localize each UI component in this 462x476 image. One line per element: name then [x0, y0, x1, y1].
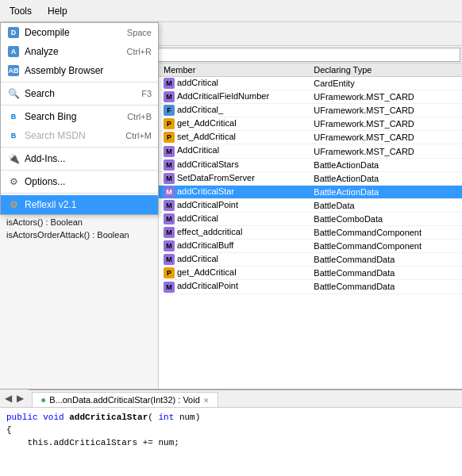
declaring-type-cell: BattleCommandData	[309, 280, 462, 294]
table-row[interactable]: Meffect_addcritical BattleCommandCompone…	[159, 226, 462, 240]
member-cell: MAddCritical	[159, 144, 309, 158]
menu-help[interactable]: Help	[41, 4, 74, 18]
member-cell: Meffect_addcritical	[159, 226, 309, 240]
member-cell: MaddCriticalPoint	[159, 198, 309, 212]
menu-item-search[interactable]: 🔍SearchF3	[1, 84, 158, 103]
member-cell: Pget_AddCritical	[159, 117, 309, 131]
table-row[interactable]: MaddCriticalStar BattleActionData	[159, 185, 462, 198]
member-cell: MAddCriticalFieldNumber	[159, 90, 309, 104]
menu-label: Assembly Browser	[25, 65, 103, 76]
table-row[interactable]: Pget_AddCritical UFramework.MST_CARD	[159, 117, 462, 131]
member-icon: M	[164, 227, 175, 238]
nav-arrows: ◀ ▶	[0, 390, 29, 407]
tab-label: B...onData.addCriticalStar(Int32) : Void	[49, 395, 200, 405]
member-cell: MaddCritical	[159, 253, 309, 267]
declaring-type-cell: BattleCommandData	[309, 253, 462, 267]
declaring-type-cell: BattleActionData	[309, 185, 462, 198]
menu-item-search-msdn: BSearch MSDNCtrl+M	[1, 126, 158, 145]
menu-label: Reflexil v2.1	[25, 199, 76, 210]
declaring-type-cell: BattleComboData	[309, 212, 462, 225]
list-item[interactable]: isActors() : Boolean	[0, 216, 158, 228]
declaring-type-cell: UFramework.MST_CARD	[309, 144, 462, 158]
tab-icon: ●	[40, 394, 46, 405]
tab-close-icon[interactable]	[203, 395, 210, 405]
nav-forward-button[interactable]: ▶	[15, 393, 25, 404]
declaring-type-cell: BattleCommandComponent	[309, 226, 462, 240]
menu-item-analyze[interactable]: AAnalyzeCtrl+R	[1, 42, 158, 61]
table-row[interactable]: MaddCritical BattleComboData	[159, 212, 462, 225]
member-cell: Pget_AddCritical	[159, 267, 309, 280]
table-row[interactable]: MAddCritical UFramework.MST_CARD	[159, 144, 462, 158]
menu-label: Analyze	[25, 46, 59, 57]
menu-item-icon: D	[7, 26, 20, 39]
member-icon: M	[164, 240, 175, 251]
member-icon: P	[164, 267, 175, 278]
member-table: Member Declaring Type MaddCritical CardE…	[159, 63, 462, 294]
member-icon: M	[164, 173, 175, 184]
menu-tools[interactable]: Tools	[3, 4, 38, 18]
nav-back-button[interactable]: ◀	[3, 393, 13, 404]
table-row[interactable]: MSetDataFromServer BattleActionData	[159, 171, 462, 185]
col-member: Member	[159, 63, 309, 77]
table-row[interactable]: FaddCritical_ UFramework.MST_CARD	[159, 104, 462, 117]
member-cell: MaddCritical	[159, 212, 309, 225]
menu-separator	[1, 193, 158, 194]
menu-item-decompile[interactable]: DDecompileSpace	[1, 23, 158, 42]
table-row[interactable]: MaddCriticalPoint BattleData	[159, 198, 462, 212]
table-row[interactable]: MaddCriticalStars BattleActionData	[159, 158, 462, 171]
member-cell: MaddCriticalBuff	[159, 240, 309, 253]
code-tab[interactable]: ● B...onData.addCriticalStar(Int32) : Vo…	[32, 392, 218, 407]
member-cell: MaddCriticalStar	[159, 185, 309, 198]
member-icon: F	[164, 105, 175, 116]
reflexil-icon: ⚙	[7, 198, 20, 211]
bottom-tabs: ◀ ▶ ● B...onData.addCriticalStar(Int32) …	[0, 390, 462, 408]
code-line-3: this.addCriticalStars += num;	[6, 436, 456, 449]
menu-shortcut: Ctrl+M	[125, 131, 152, 140]
member-cell: MSetDataFromServer	[159, 171, 309, 185]
menu-item-icon: A	[7, 45, 20, 58]
member-icon: M	[164, 91, 175, 102]
menu-separator	[1, 82, 158, 83]
declaring-type-cell: BattleCommandData	[309, 267, 462, 280]
bing-icon: B	[7, 110, 20, 123]
bottom-pane: ◀ ▶ ● B...onData.addCriticalStar(Int32) …	[0, 389, 462, 476]
declaring-type-cell: UFramework.MST_CARD	[309, 104, 462, 117]
menu-item-reflexil[interactable]: ⚙Reflexil v2.1	[1, 195, 158, 214]
member-icon: P	[164, 118, 175, 129]
menu-label: Search Bing	[25, 111, 76, 122]
table-row[interactable]: MaddCritical BattleCommandData	[159, 253, 462, 267]
list-item[interactable]: isActorsOrderAttack() : Boolean	[0, 228, 158, 241]
menu-item-search-bing[interactable]: BSearch BingCtrl+B	[1, 107, 158, 126]
menu-shortcut: Ctrl+R	[127, 47, 152, 56]
menu-item-options[interactable]: ⚙Options...	[1, 172, 158, 191]
member-icon: M	[164, 186, 175, 198]
member-cell: MaddCritical	[159, 77, 309, 90]
menu-item-add-ins[interactable]: 🔌Add-Ins...	[1, 149, 158, 168]
menu-separator	[1, 170, 158, 171]
menu-shortcut: Ctrl+B	[127, 112, 152, 121]
menu-label: Decompile	[25, 27, 70, 38]
member-icon: M	[164, 200, 175, 211]
table-row[interactable]: Pset_AddCritical UFramework.MST_CARD	[159, 131, 462, 144]
addins-icon: 🔌	[7, 152, 20, 165]
table-row[interactable]: MAddCriticalFieldNumber UFramework.MST_C…	[159, 90, 462, 104]
table-row[interactable]: Pget_AddCritical BattleCommandData	[159, 267, 462, 280]
menu-shortcut: F3	[141, 89, 152, 98]
declaring-type-cell: CardEntity	[309, 77, 462, 90]
menu-separator	[1, 147, 158, 148]
table-row[interactable]: MaddCriticalBuff BattleCommandComponent	[159, 240, 462, 253]
table-row[interactable]: MaddCritical CardEntity	[159, 77, 462, 90]
member-icon: M	[164, 146, 175, 157]
col-declaring-type: Declaring Type	[309, 63, 462, 77]
menu-label: Search	[25, 88, 55, 99]
member-cell: MaddCriticalStars	[159, 158, 309, 171]
member-icon: P	[164, 132, 175, 143]
declaring-type-cell: BattleCommandComponent	[309, 240, 462, 253]
member-icon: M	[164, 254, 175, 265]
menu-label: Options...	[25, 176, 65, 187]
member-icon: M	[164, 282, 175, 293]
table-row[interactable]: MaddCriticalPoint BattleCommandData	[159, 280, 462, 294]
tools-dropdown-menu: DDecompileSpaceAAnalyzeCtrl+RABAssembly …	[0, 22, 159, 215]
menu-item-assembly-browser[interactable]: ABAssembly Browser	[1, 61, 158, 80]
menu-label: Add-Ins...	[25, 153, 65, 164]
